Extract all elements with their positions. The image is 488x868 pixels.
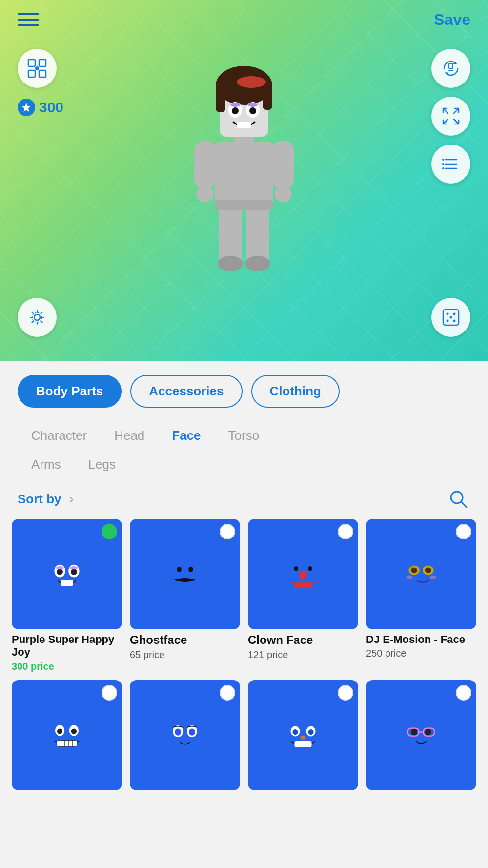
face-illustration	[47, 555, 86, 594]
item-select-indicator	[456, 685, 471, 701]
sub-tab-character[interactable]: Character	[18, 421, 101, 450]
item-image	[248, 519, 358, 629]
save-button[interactable]: Save	[434, 11, 470, 29]
item-name: Clown Face	[248, 633, 358, 647]
sub-tab-legs[interactable]: Legs	[75, 450, 129, 479]
svg-rect-36	[194, 141, 216, 189]
svg-rect-85	[294, 741, 311, 747]
svg-point-42	[218, 256, 243, 271]
item-card[interactable]: Clown Face 121 price	[248, 519, 358, 672]
expand-button[interactable]	[431, 97, 470, 136]
list-button[interactable]	[431, 145, 470, 184]
top-bar: Save	[0, 0, 488, 39]
svg-point-63	[425, 567, 431, 573]
item-image	[130, 519, 240, 629]
tab-clothing[interactable]: Clothing	[251, 375, 340, 408]
list-icon	[440, 153, 462, 175]
svg-rect-2	[28, 70, 35, 77]
face-illustration	[402, 716, 441, 755]
svg-point-66	[407, 575, 413, 579]
svg-point-49	[57, 569, 63, 575]
item-card[interactable]	[130, 680, 240, 796]
item-card[interactable]	[248, 680, 358, 796]
svg-point-37	[196, 186, 214, 202]
svg-point-10	[442, 159, 444, 161]
rotate-button[interactable]	[431, 49, 470, 88]
item-price: 300 price	[12, 661, 122, 672]
tab-accessories[interactable]: Accessories	[130, 375, 242, 408]
item-select-indicator	[220, 524, 235, 539]
svg-point-67	[430, 575, 436, 579]
svg-point-88	[425, 728, 431, 735]
item-image	[366, 519, 476, 629]
face-illustration	[47, 716, 86, 755]
svg-point-39	[274, 186, 292, 202]
right-panel	[431, 49, 470, 184]
svg-point-51	[56, 566, 64, 569]
svg-point-50	[71, 569, 77, 575]
character-svg	[161, 24, 327, 337]
face-illustration	[165, 555, 204, 594]
settings-button[interactable]	[18, 298, 57, 337]
search-icon	[447, 488, 469, 510]
expand-icon	[440, 105, 462, 127]
item-price: 65 price	[130, 649, 240, 661]
svg-point-11	[442, 163, 444, 165]
coins-display: 300	[18, 99, 63, 116]
sub-tab-face[interactable]: Face	[158, 421, 214, 450]
sub-tabs: Character Head Face Torso	[0, 417, 488, 450]
svg-point-52	[70, 566, 78, 569]
face-illustration	[165, 716, 204, 755]
face-illustration	[284, 716, 323, 755]
item-image	[366, 680, 476, 790]
svg-point-83	[292, 729, 298, 735]
tab-body-parts[interactable]: Body Parts	[18, 375, 122, 408]
item-card[interactable]	[12, 680, 122, 796]
item-card[interactable]: Purple Super Happy Joy 300 price	[12, 519, 122, 672]
svg-point-16	[447, 313, 449, 315]
svg-point-86	[300, 736, 305, 740]
svg-rect-41	[246, 204, 269, 263]
randomize-button[interactable]	[431, 298, 470, 337]
menu-button[interactable]	[18, 13, 39, 26]
coins-icon	[18, 99, 35, 116]
item-select-indicator	[456, 524, 471, 539]
item-price: 121 price	[248, 649, 358, 661]
svg-point-79	[175, 728, 181, 735]
sub-tab-arms[interactable]: Arms	[18, 450, 75, 479]
item-select-indicator	[338, 685, 353, 701]
item-card[interactable]	[366, 680, 476, 796]
svg-point-17	[453, 313, 456, 315]
svg-rect-3	[39, 70, 46, 77]
svg-rect-1	[39, 60, 46, 66]
sub-tabs-row2: Arms Legs	[0, 450, 488, 479]
svg-rect-40	[219, 204, 242, 263]
svg-point-18	[447, 320, 449, 322]
face-illustration	[284, 555, 323, 594]
category-tabs: Body Parts Accessories Clothing	[0, 361, 488, 417]
sort-arrow[interactable]: ›	[69, 491, 74, 507]
item-image	[12, 519, 122, 629]
face-illustration	[402, 555, 441, 594]
character-preview	[161, 24, 327, 337]
item-card[interactable]: Ghostface 65 price	[130, 519, 240, 672]
coins-value: 300	[39, 99, 63, 116]
svg-point-55	[188, 567, 193, 572]
svg-point-31	[232, 107, 239, 114]
svg-point-84	[308, 729, 313, 735]
item-name: DJ E-Mosion - Face	[366, 633, 476, 646]
sort-row: Sort by ›	[0, 479, 488, 519]
svg-point-20	[450, 316, 452, 319]
sub-tab-torso[interactable]: Torso	[215, 421, 273, 450]
svg-rect-21	[215, 142, 273, 205]
svg-line-46	[461, 502, 467, 507]
sub-tab-head[interactable]: Head	[101, 421, 158, 450]
search-button[interactable]	[446, 487, 470, 511]
item-image	[12, 680, 122, 790]
svg-rect-53	[61, 580, 73, 586]
sort-by-label[interactable]: Sort by	[18, 492, 61, 507]
svg-point-58	[299, 571, 307, 579]
dice-icon	[440, 307, 462, 328]
avatar-select-button[interactable]	[18, 49, 57, 88]
item-card[interactable]: DJ E-Mosion - Face 250 price	[366, 519, 476, 672]
